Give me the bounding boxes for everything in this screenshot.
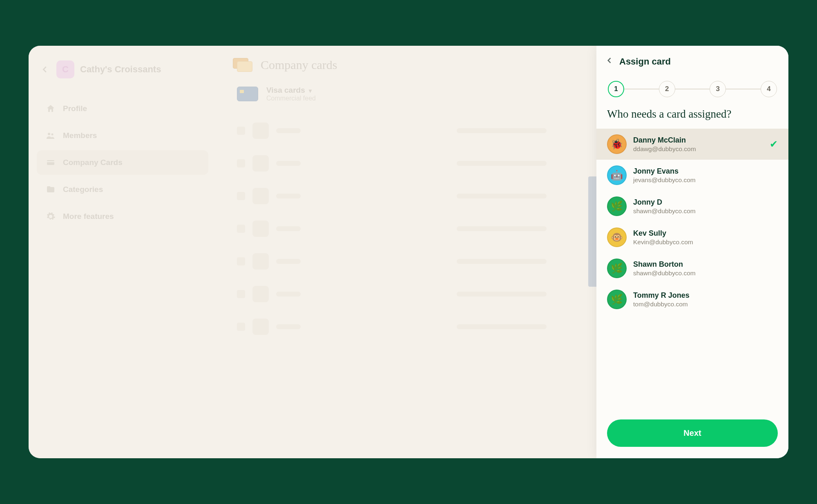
step-3[interactable]: 3 xyxy=(710,81,726,97)
panel-title: Assign card xyxy=(619,56,671,67)
step-1[interactable]: 1 xyxy=(608,81,624,97)
sidebar-item-label: Categories xyxy=(63,185,103,194)
assign-card-panel: Assign card 1234 Who needs a card assign… xyxy=(596,46,788,458)
member-row[interactable]: 🌿Shawn Bortonshawn@dubbyco.com xyxy=(596,253,788,284)
avatar: 🤖 xyxy=(607,165,627,185)
sidebar-item-company-cards[interactable]: Company Cards xyxy=(37,150,208,175)
sidebar-item-label: Members xyxy=(63,131,97,140)
member-row[interactable]: 🌿Tommy R Jonestom@dubbyco.com xyxy=(596,284,788,315)
next-button[interactable]: Next xyxy=(607,419,778,447)
sidebar-item-more-features[interactable]: More features xyxy=(37,204,208,229)
member-row[interactable]: 🤖Jonny Evansjevans@dubbyco.com xyxy=(596,160,788,191)
sidebar: C Cathy's Croissants ProfileMembersCompa… xyxy=(29,46,217,458)
member-email: shawn@dubbyco.com xyxy=(633,270,696,277)
member-name: Jonny Evans xyxy=(633,167,696,176)
stepper: 1234 xyxy=(596,75,788,107)
chevron-down-icon: ▾ xyxy=(309,87,312,94)
svg-rect-3 xyxy=(47,161,54,162)
svg-rect-2 xyxy=(47,160,54,165)
avatar: 🌿 xyxy=(607,259,627,278)
feed-title: Visa cards xyxy=(266,86,305,94)
member-row[interactable]: 🌿Jonny Dshawn@dubbyco.com xyxy=(596,191,788,222)
member-email: Kevin@dubbyco.com xyxy=(633,239,693,246)
avatar: 🐵 xyxy=(607,227,627,247)
panel-header: Assign card xyxy=(596,46,788,75)
member-name: Tommy R Jones xyxy=(633,291,690,300)
member-list: 🐞Danny McClainddawg@dubbyco.com✔🤖Jonny E… xyxy=(596,129,788,419)
step-connector xyxy=(726,89,761,89)
home-icon xyxy=(46,104,56,114)
avatar: 🌿 xyxy=(607,290,627,309)
sidebar-header: C Cathy's Croissants xyxy=(37,57,208,89)
svg-point-1 xyxy=(51,134,54,136)
member-email: tom@dubbyco.com xyxy=(633,301,690,308)
check-icon: ✔ xyxy=(770,138,778,150)
step-connector xyxy=(675,89,710,89)
member-name: Shawn Borton xyxy=(633,260,696,269)
member-row[interactable]: 🐞Danny McClainddawg@dubbyco.com✔ xyxy=(596,129,788,160)
avatar: 🐞 xyxy=(607,134,627,154)
step-2[interactable]: 2 xyxy=(659,81,675,97)
member-email: shawn@dubbyco.com xyxy=(633,207,696,215)
panel-back-icon[interactable] xyxy=(605,56,614,67)
member-name: Jonny D xyxy=(633,198,696,207)
member-email: ddawg@dubbyco.com xyxy=(633,145,696,153)
step-connector xyxy=(624,89,659,89)
org-name: Cathy's Croissants xyxy=(80,64,161,75)
feed-sub: Commercial feed xyxy=(266,95,316,102)
back-icon[interactable] xyxy=(39,65,51,74)
company-cards-icon xyxy=(233,58,252,72)
card-chip-icon xyxy=(237,87,258,101)
gear-icon xyxy=(46,212,56,221)
sidebar-item-label: Company Cards xyxy=(63,158,123,167)
step-4[interactable]: 4 xyxy=(761,81,777,97)
org-avatar[interactable]: C xyxy=(56,60,74,78)
sidebar-item-label: More features xyxy=(63,212,114,221)
sidebar-item-categories[interactable]: Categories xyxy=(37,177,208,202)
folder-icon xyxy=(46,185,56,194)
page-title: Company cards xyxy=(261,58,337,72)
sidebar-item-label: Profile xyxy=(63,104,87,113)
sidebar-item-members[interactable]: Members xyxy=(37,123,208,148)
sidebar-nav: ProfileMembersCompany CardsCategoriesMor… xyxy=(37,89,208,229)
member-name: Danny McClain xyxy=(633,136,696,145)
member-row[interactable]: 🐵Kev SullyKevin@dubbyco.com xyxy=(596,222,788,253)
member-email: jevans@dubbyco.com xyxy=(633,176,696,184)
panel-question: Who needs a card assigned? xyxy=(596,107,788,129)
avatar: 🌿 xyxy=(607,196,627,216)
member-name: Kev Sully xyxy=(633,229,693,238)
card-icon xyxy=(46,158,56,167)
people-icon xyxy=(46,131,56,140)
sidebar-item-profile[interactable]: Profile xyxy=(37,96,208,121)
svg-point-0 xyxy=(48,133,50,135)
app-shell: C Cathy's Croissants ProfileMembersCompa… xyxy=(29,46,788,458)
